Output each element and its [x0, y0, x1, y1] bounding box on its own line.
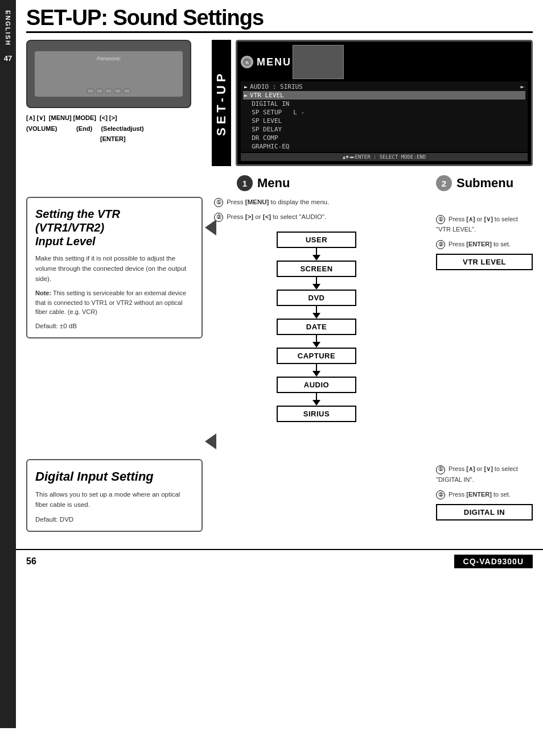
left-column: Setting the VTR(VTR1/VTR2)Input Level Ma… — [26, 197, 203, 532]
vtr-step1: ① Press [MENU] to display the menu. — [214, 197, 419, 208]
footer-model: CQ-VAD9300U — [454, 555, 533, 568]
menu-item-digital: DIGITAL IN — [243, 100, 525, 108]
menu-section-num: 1 — [237, 175, 253, 191]
device-image: Panasonic — [26, 40, 191, 108]
digital-box-body: This allows you to set up a mode where a… — [35, 490, 194, 510]
menu-item-spsetup: SP SETUP L - — [243, 108, 525, 117]
sidebar: ENGLISH 47 — [0, 0, 16, 728]
vtr-box-default: Default: ±0 dB — [35, 323, 194, 329]
submenu-section-num: 2 — [436, 175, 452, 191]
vtr-instruction-box: Setting the VTR(VTR1/VTR2)Input Level Ma… — [26, 197, 203, 338]
digital-submenu-box: DIGITAL IN — [436, 504, 533, 520]
page-footer: 56 CQ-VAD9300U — [0, 549, 543, 573]
menu-flow: USER SCREEN DVD DATE — [270, 232, 364, 422]
sidebar-page-number: 47 — [4, 54, 12, 63]
menu-item-splevel: SP LEVEL — [243, 117, 525, 125]
svg-text:n: n — [245, 60, 249, 65]
digital-submenu-step1: ① Press [∧] or [∨] to select "DIGITAL IN… — [436, 464, 533, 484]
section-labels-row: 1 Menu 2 Submenu — [26, 175, 533, 191]
sidebar-english: ENGLISH — [5, 10, 11, 46]
middle-column: ① Press [MENU] to display the menu. ② Pr… — [208, 197, 425, 532]
digital-instruction-box: Digital Input Setting This allows you to… — [26, 459, 203, 532]
digital-box-title: Digital Input Setting — [35, 469, 194, 484]
flow-box-sirius: SIRIUS — [277, 406, 356, 422]
vtr-submenu-step1: ① Press [∧] or [∨] to select "VTR LEVEL"… — [436, 214, 533, 234]
menu-screen-section: SET-UP n MENU — [212, 40, 533, 166]
vtr-box-body: Make this setting if it is not possible … — [35, 254, 194, 284]
menu-item-audio: ► AUDIO : SIRIUS ► — [243, 82, 525, 91]
menu-item-drcomp: DR COMP — [243, 134, 525, 142]
menu-items-list: ► AUDIO : SIRIUS ► ► VTR LEVEL DIGITAL I… — [241, 81, 528, 152]
setup-vertical-label: SET-UP — [212, 40, 231, 166]
vtr-box-note: Note: This setting is serviceable for an… — [35, 288, 194, 317]
flow-box-audio: AUDIO — [277, 377, 356, 393]
footer-page-number: 56 — [26, 556, 36, 567]
menu-screen: n MENU ► AUDIO : SIRIUS ► ► — [236, 40, 533, 166]
menu-item-spdelay: SP DELAY — [243, 125, 525, 134]
flow-box-capture: CAPTURE — [277, 348, 356, 364]
device-brand: Panasonic — [97, 56, 121, 61]
page-title: SET-UP: Sound Settings — [26, 6, 533, 30]
volume-label: [∧] [∨] [MENU] [MODE] [<] [>] — [26, 114, 117, 121]
digital-submenu-step2: ② Press [ENTER] to set. — [436, 489, 533, 499]
vtr-step2: ② Press [>] or [<] to select "AUDIO". — [214, 212, 419, 223]
vtr-submenu-box: VTR LEVEL — [436, 254, 533, 270]
menu-item-graphiceq: GRAPHIC-EQ — [243, 142, 525, 151]
enter-label: [ENTER] — [100, 135, 126, 142]
menu-screen-title: MENU — [257, 56, 291, 68]
menu-icon: n — [241, 56, 253, 68]
flow-box-screen: SCREEN — [277, 261, 356, 277]
digital-box-default: Default: DVD — [35, 516, 194, 523]
device-image-section: Panasonic [∧] [∨] [MENU] [MODE] [<] [>] … — [26, 40, 203, 166]
submenu-section-label: Submenu — [456, 176, 513, 191]
flow-box-user: USER — [277, 232, 356, 248]
device-labels: [∧] [∨] [MENU] [MODE] [<] [>] (VOLUME) (… — [26, 113, 203, 144]
menu-section-label: Menu — [257, 176, 290, 191]
vtr-box-title: Setting the VTR(VTR1/VTR2)Input Level — [35, 207, 194, 248]
flow-box-dvd: DVD — [277, 290, 356, 306]
menu-screen-footer: ▲▼◄►ENTER : SELECT MODE:END — [241, 153, 528, 161]
right-column: ① Press [∧] or [∨] to select "VTR LEVEL"… — [430, 197, 533, 532]
vtr-submenu-step2: ② Press [ENTER] to set. — [436, 239, 533, 249]
flow-box-date: DATE — [277, 319, 356, 335]
menu-item-vtr: ► VTR LEVEL — [243, 91, 525, 100]
menu-thumbnail — [293, 45, 344, 79]
volume-sublabel: (VOLUME) (End) (Select/adjust) — [26, 125, 144, 132]
